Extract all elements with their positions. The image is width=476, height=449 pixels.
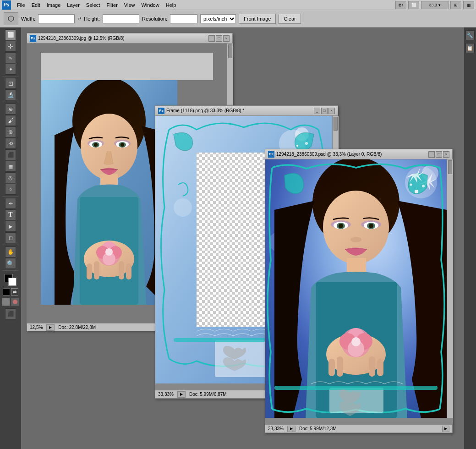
svg-point-35	[296, 145, 298, 147]
svg-rect-20	[87, 263, 92, 279]
tool-divider-3	[2, 196, 19, 197]
clone-stamp-tool[interactable]: ⊗	[5, 126, 16, 137]
screen-mode-btn[interactable]: ⬛	[5, 308, 16, 319]
window-psd-result: Ps 1294218_23860309.psd @ 33,3% (Layer 0…	[265, 149, 453, 433]
tool-divider-1	[2, 76, 19, 77]
move-tool[interactable]: ✛	[5, 41, 16, 52]
left-tool-panel: ⬜ ✛ ∿ ✦ ⊡ 🔬 ⊕ 🖌 ⊗ ⟲ ⬛ ▦ ◎ ○ ✒ T ▶ ◻ ✋ 🔍 …	[0, 27, 21, 449]
gradient-tool[interactable]: ▦	[5, 161, 16, 172]
win1-zoom-btn[interactable]: ▶	[46, 324, 55, 331]
crop-tool[interactable]: ⊡	[5, 78, 16, 89]
bridge-button[interactable]: Br	[395, 1, 406, 9]
win3-scrollbar-v[interactable]	[447, 159, 453, 418]
menu-image[interactable]: Image	[44, 1, 64, 9]
win1-titlebar[interactable]: Ps 1294218_23860309.jpg @ 12,5% (RGB/8) …	[27, 33, 232, 44]
standard-mode-btn[interactable]	[2, 298, 10, 306]
width-label: Width:	[21, 16, 35, 22]
win1-maximize[interactable]: □	[216, 35, 222, 42]
menu-bar: Ps File Edit Image Layer Select Filter V…	[0, 0, 476, 10]
pen-tool[interactable]: ✒	[5, 198, 16, 209]
win3-canvas	[265, 159, 447, 424]
win3-zoom-btn[interactable]: ▶	[287, 426, 295, 432]
magic-wand-tool[interactable]: ✦	[5, 64, 16, 75]
color-swatch[interactable]	[5, 274, 16, 286]
win1-close[interactable]: ×	[223, 35, 230, 42]
svg-point-19	[105, 248, 113, 256]
win3-minimize[interactable]: _	[428, 151, 435, 158]
active-tool-btn[interactable]: ⬡	[4, 12, 18, 25]
ps-logo: Ps	[2, 0, 11, 10]
svg-rect-23	[126, 263, 131, 279]
quick-mask-btn[interactable]	[11, 298, 19, 306]
win2-title: Frame (1118).png @ 33,3% (RGB/8) *	[166, 108, 312, 113]
lasso-tool[interactable]: ∿	[5, 52, 16, 63]
win3-maximize[interactable]: □	[436, 151, 442, 158]
svg-rect-64	[369, 356, 375, 377]
height-input[interactable]	[103, 14, 139, 23]
right-tool-1[interactable]: 🔧	[465, 30, 475, 40]
win2-minimize[interactable]: _	[314, 108, 320, 114]
win3-close[interactable]: ×	[443, 151, 449, 158]
svg-rect-32	[215, 340, 273, 377]
swap-icon: ⇄	[77, 16, 81, 21]
win2-zoom-btn[interactable]: ▶	[177, 391, 186, 398]
rectangular-marquee-tool[interactable]: ⬜	[5, 29, 16, 40]
background-color[interactable]	[8, 278, 16, 286]
brush-tool[interactable]: 🖌	[5, 115, 16, 126]
clear-button[interactable]: Clear	[279, 14, 301, 24]
win2-close[interactable]: ×	[328, 108, 335, 114]
dodge-tool[interactable]: ○	[5, 184, 16, 195]
menu-layer[interactable]: Layer	[64, 1, 83, 9]
menu-select[interactable]: Select	[83, 1, 104, 9]
svg-point-69	[410, 184, 412, 186]
win3-nav-btn[interactable]: ▶	[442, 426, 449, 432]
hand-tool[interactable]: ✋	[5, 246, 16, 257]
resolution-unit-select[interactable]: pixels/inch pixels/cm	[200, 14, 236, 23]
svg-point-52	[369, 224, 373, 228]
resolution-label: Resolution:	[142, 16, 167, 22]
default-colors-btn[interactable]	[3, 288, 10, 296]
win2-zoom: 33,33%	[158, 392, 174, 397]
win2-titlebar[interactable]: Ps Frame (1118).png @ 33,3% (RGB/8) * _ …	[155, 106, 338, 116]
svg-rect-67	[274, 386, 438, 390]
menu-file[interactable]: File	[14, 1, 28, 9]
eraser-tool[interactable]: ⬛	[5, 149, 16, 160]
toolbar: ⬡ Width: ⇄ Height: Resolution: pixels/in…	[0, 10, 476, 27]
svg-rect-22	[119, 261, 124, 279]
win3-titlebar[interactable]: Ps 1294218_23860309.psd @ 33,3% (Layer 0…	[265, 149, 452, 159]
win1-controls: _ □ ×	[208, 35, 230, 42]
right-panel: 🔧 📋	[464, 27, 476, 449]
menu-view[interactable]: View	[121, 1, 138, 9]
win3-ps-logo: Ps	[268, 151, 274, 158]
zoom-tool[interactable]: 🔍	[5, 258, 16, 269]
win1-minimize[interactable]: _	[208, 35, 215, 42]
menu-window[interactable]: Window	[138, 1, 163, 9]
panel-options[interactable]: ▦	[463, 1, 474, 9]
path-selection-tool[interactable]: ▶	[5, 221, 16, 232]
menu-help[interactable]: Help	[163, 1, 180, 9]
win3-title: 1294218_23860309.psd @ 33,3% (Layer 0, R…	[276, 152, 427, 157]
menu-filter[interactable]: Filter	[103, 1, 120, 9]
front-image-button[interactable]: Front Image	[239, 14, 276, 24]
blur-tool[interactable]: ◎	[5, 172, 16, 183]
screen-mode-button[interactable]: ⬜	[408, 1, 419, 9]
right-tool-2[interactable]: 📋	[465, 43, 475, 53]
svg-point-36	[305, 142, 308, 145]
zoom-dropdown[interactable]: 33,3 ▾	[421, 1, 449, 9]
svg-point-53	[350, 237, 361, 242]
eyedropper-tool[interactable]: 🔬	[5, 89, 16, 100]
healing-brush-tool[interactable]: ⊕	[5, 104, 16, 115]
win3-docsize: Doc: 5,99M/12,3M	[299, 426, 337, 431]
view-options[interactable]: ⊞	[450, 1, 461, 9]
win3-zoom: 33,33%	[268, 426, 284, 431]
shape-tool[interactable]: ◻	[5, 232, 16, 243]
menu-edit[interactable]: Edit	[28, 1, 44, 9]
history-brush-tool[interactable]: ⟲	[5, 138, 16, 149]
type-tool[interactable]: T	[5, 209, 16, 220]
switch-colors-btn[interactable]: ⇄	[11, 288, 18, 296]
resolution-input[interactable]	[170, 14, 197, 23]
svg-rect-65	[377, 359, 383, 376]
width-input[interactable]	[38, 14, 75, 23]
win2-maximize[interactable]: □	[321, 108, 328, 114]
win1-title: 1294218_23860309.jpg @ 12,5% (RGB/8)	[38, 36, 207, 41]
